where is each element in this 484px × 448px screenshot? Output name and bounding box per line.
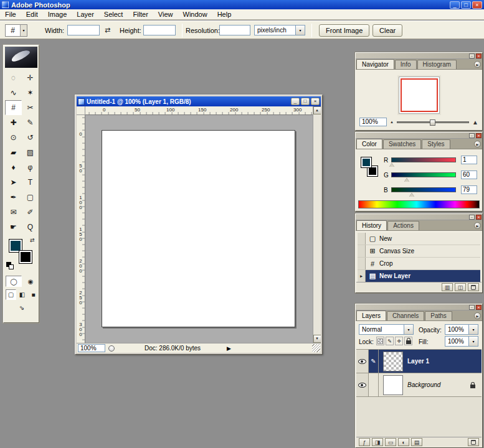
palette-close-button[interactable]: × (476, 305, 482, 310)
swap-dimensions-icon[interactable]: ⇄ (105, 26, 110, 34)
lock-all-button[interactable] (404, 337, 412, 345)
add-layer-mask-button[interactable]: ◨ (372, 438, 383, 446)
color-spectrum-ramp[interactable] (358, 200, 480, 208)
minimize-button[interactable]: _ (450, 1, 460, 9)
palette-titlebar[interactable]: –× (356, 53, 482, 59)
path-selection-tool[interactable]: ➤ (5, 175, 22, 190)
foreground-color-swatch[interactable] (9, 240, 22, 252)
hand-tool[interactable]: ☛ (5, 220, 22, 235)
doc-close-button[interactable]: × (311, 98, 320, 105)
color-background-swatch[interactable] (368, 166, 377, 176)
menu-window[interactable]: Window (178, 9, 212, 19)
status-menu-arrow-icon[interactable]: ▶ (227, 345, 231, 352)
quick-mask-mode-button[interactable]: ◉ (22, 276, 39, 287)
tab-styles[interactable]: Styles (422, 139, 450, 149)
width-input[interactable] (67, 25, 100, 35)
pen-tool[interactable]: ✒ (5, 190, 22, 205)
layer-row[interactable]: Background (356, 373, 482, 397)
crop-tool[interactable]: # (5, 100, 22, 115)
standard-screen-mode-button[interactable]: ▢ (6, 289, 16, 300)
menu-filter[interactable]: Filter (128, 9, 153, 19)
blend-mode-select[interactable]: Normal ▾ (359, 324, 414, 335)
slider-thumb-icon[interactable] (404, 178, 409, 182)
vertical-scrollbar[interactable]: ▲ ▼ (313, 106, 321, 343)
channel-value[interactable]: 60 (461, 170, 477, 179)
full-screen-mode-button[interactable]: ■ (28, 289, 39, 300)
brush-tool[interactable]: ✎ (22, 115, 39, 130)
clone-stamp-tool[interactable]: ⊙ (5, 130, 22, 145)
full-screen-menubar-mode-button[interactable]: ◧ (17, 289, 27, 300)
scroll-up-icon[interactable]: ▲ (313, 106, 321, 114)
healing-brush-tool[interactable]: ✚ (5, 115, 22, 130)
zoom-out-icon[interactable]: ▲ (390, 120, 394, 124)
chevron-down-icon[interactable]: ▾ (20, 25, 27, 36)
history-state-well[interactable] (358, 258, 366, 269)
history-state-well[interactable]: ▸ (358, 270, 366, 282)
new-layer-button[interactable]: ▤ (411, 438, 422, 446)
new-document-from-state-button[interactable]: ▥ (442, 283, 453, 291)
new-layer-set-button[interactable]: ▭ (385, 438, 396, 446)
palette-close-button[interactable]: × (476, 54, 482, 58)
menu-image[interactable]: Image (43, 9, 72, 19)
lock-position-button[interactable]: ✛ (395, 337, 403, 345)
gradient-tool[interactable]: ▨ (22, 145, 39, 160)
add-layer-style-button[interactable]: ƒ (359, 438, 370, 446)
zoom-field[interactable]: 100% (78, 344, 105, 352)
type-tool[interactable]: T (22, 175, 39, 190)
history-state-well[interactable] (358, 233, 366, 245)
shape-tool[interactable]: ▢ (22, 190, 39, 205)
menu-layer[interactable]: Layer (72, 9, 99, 19)
history-brush-tool[interactable]: ↺ (22, 130, 39, 145)
palette-menu-button[interactable]: ▶ (474, 222, 481, 229)
tab-layers[interactable]: Layers (356, 310, 386, 320)
chevron-down-icon[interactable]: ▾ (468, 337, 478, 346)
move-tool[interactable]: ✛ (22, 70, 39, 85)
elliptical-marquee-tool[interactable]: ◌ (5, 70, 22, 85)
blur-tool[interactable]: ♦ (5, 160, 22, 175)
history-item[interactable]: #Crop (358, 258, 480, 270)
menu-view[interactable]: View (153, 9, 178, 19)
resize-grip[interactable] (312, 344, 320, 352)
close-button[interactable]: × (472, 1, 482, 9)
tab-history[interactable]: History (356, 220, 387, 230)
chevron-down-icon[interactable]: ▾ (295, 26, 305, 35)
palette-titlebar[interactable]: –× (356, 214, 482, 220)
lock-transparency-button[interactable] (376, 337, 384, 345)
palette-titlebar[interactable]: –× (356, 304, 482, 310)
palette-menu-button[interactable]: ▶ (474, 312, 481, 319)
channel-slider[interactable] (391, 172, 456, 177)
palette-close-button[interactable]: × (476, 215, 482, 220)
slice-tool[interactable]: ✂ (22, 100, 39, 115)
eraser-tool[interactable]: ▰ (5, 145, 22, 160)
menu-file[interactable]: File (0, 9, 21, 19)
layer-row[interactable]: ✎Layer 1 (356, 350, 482, 373)
notes-tool[interactable]: ✉ (5, 205, 22, 220)
delete-layer-button[interactable] (468, 438, 479, 446)
palette-titlebar[interactable]: –× (356, 133, 482, 139)
tab-color[interactable]: Color (356, 139, 382, 149)
height-input[interactable] (143, 25, 176, 35)
standard-mode-button[interactable]: ◯ (6, 276, 22, 287)
jump-to-imageready-button[interactable]: ⇘ (6, 302, 38, 313)
palette-menu-button[interactable]: ▶ (474, 141, 481, 147)
slider-thumb-icon[interactable] (389, 163, 394, 167)
doc-maximize-button[interactable]: □ (301, 98, 310, 105)
menu-help[interactable]: Help (212, 9, 237, 19)
clear-button[interactable]: Clear (372, 24, 402, 37)
menu-edit[interactable]: Edit (21, 9, 43, 19)
tab-info[interactable]: Info (395, 60, 417, 69)
palette-menu-button[interactable]: ▶ (474, 61, 481, 68)
history-item[interactable]: ▸▤New Layer (358, 270, 480, 282)
navigator-zoom-slider[interactable] (397, 121, 469, 123)
navigator-thumbnail[interactable] (399, 77, 440, 114)
history-item[interactable]: ⊞Canvas Size (358, 245, 480, 258)
tab-navigator[interactable]: Navigator (356, 59, 394, 69)
channel-value[interactable]: 79 (461, 185, 477, 194)
channel-slider[interactable] (391, 187, 456, 192)
dodge-tool[interactable]: φ (22, 160, 39, 175)
zoom-in-icon[interactable]: ▲ (472, 119, 478, 126)
opacity-field[interactable]: 100% ▾ (445, 324, 478, 335)
channel-value[interactable]: 1 (461, 156, 477, 164)
slider-handle[interactable] (430, 119, 435, 126)
eyedropper-tool[interactable]: ✐ (22, 205, 39, 220)
